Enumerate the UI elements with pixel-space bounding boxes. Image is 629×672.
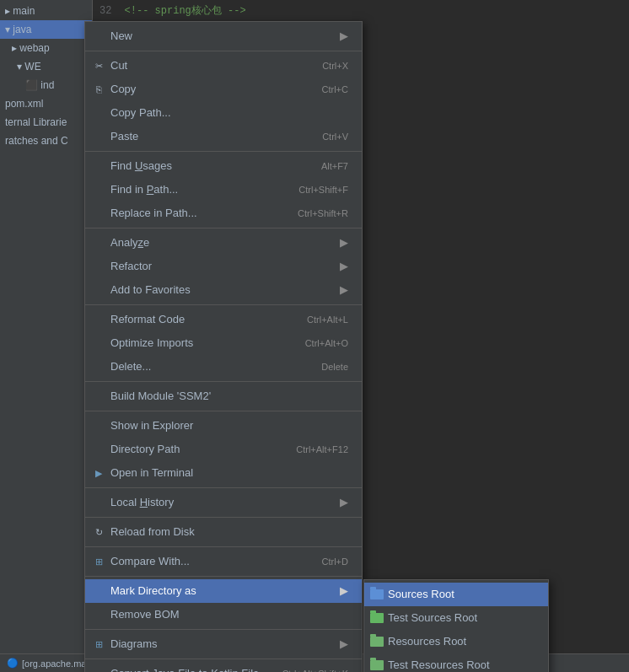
menu-separator [85, 517, 362, 518]
menu-item-paste[interactable]: Paste Ctrl+V [85, 125, 362, 148]
menu-separator [85, 411, 362, 411]
submenu-item-test-resources[interactable]: Test Resources Root [364, 653, 548, 672]
menu-separator [85, 659, 362, 659]
menu-item-remove-bom[interactable]: Remove BOM [85, 603, 362, 626]
shortcut-label: Ctrl+C [305, 81, 348, 98]
file-tree-item[interactable]: ⬛ ind [0, 76, 92, 94]
menu-item-label: Diagrams [110, 636, 158, 653]
menu-item-label: Copy Path... [110, 105, 171, 121]
file-tree-item[interactable]: ratches and C [0, 132, 92, 150]
shortcut-label: Ctrl+V [305, 128, 348, 145]
menu-item-label: Optimize Imports [110, 335, 193, 352]
file-tree-item[interactable]: ternal Librarie [0, 113, 92, 132]
menu-item-new[interactable]: New ▶ [85, 24, 362, 48]
menu-separator [85, 151, 362, 152]
submenu-item-sources-root[interactable]: Sources Root [364, 583, 548, 606]
menu-item-replace-path[interactable]: Replace in Path... Ctrl+Shift+R [85, 202, 362, 225]
menu-item-label: Paste [110, 128, 138, 145]
menu-separator [85, 51, 362, 51]
menu-item-convert-java[interactable]: Convert Java File to Kotlin File Ctrl+Al… [85, 662, 362, 672]
shortcut-label: Ctrl+Shift+R [281, 205, 348, 222]
file-tree-item[interactable]: ▾ java [0, 20, 92, 39]
menu-item-local-history[interactable]: Local History ▶ [85, 491, 362, 514]
menu-item-label: Copy [110, 81, 136, 98]
menu-item-diagrams[interactable]: ⊞ Diagrams ▶ [85, 632, 362, 656]
menu-item-add-favorites[interactable]: Add to Favorites ▶ [85, 278, 362, 302]
menu-item-label: Remove BOM [110, 606, 180, 623]
submenu-item-label: Sources Root [388, 586, 454, 603]
submenu-item-resources-root[interactable]: Resources Root [364, 630, 548, 653]
menu-item-label: Replace in Path... [110, 205, 197, 222]
shortcut-label: Ctrl+Alt+L [290, 311, 348, 328]
sources-root-icon [369, 589, 384, 600]
menu-item-label: Cut [110, 57, 127, 74]
file-tree-item[interactable]: pom.xml [0, 94, 92, 113]
menu-item-cut[interactable]: ✂ Cut Ctrl+X [85, 54, 362, 78]
menu-item-reload[interactable]: ↻ Reload from Disk [85, 520, 362, 544]
submenu-arrow-icon: ▶ [340, 583, 348, 599]
menu-item-directory-path[interactable]: Directory Path Ctrl+Alt+F12 [85, 438, 362, 461]
submenu-item-label: Test Resources Root [388, 657, 490, 672]
menu-item-label: Analyze [110, 234, 149, 251]
menu-item-build-module[interactable]: Build Module 'SSM2' [85, 384, 362, 408]
menu-item-refactor[interactable]: Refactor ▶ [85, 255, 362, 278]
shortcut-label: Ctrl+Alt+F12 [279, 441, 348, 458]
menu-item-label: Build Module 'SSM2' [110, 388, 211, 405]
cut-icon: ✂ [92, 57, 105, 74]
submenu-item-label: Resources Root [388, 633, 466, 650]
submenu-arrow-icon: ▶ [340, 28, 348, 45]
menu-item-label: Find Usages [110, 158, 172, 175]
menu-separator [85, 381, 362, 382]
shortcut-label: Ctrl+Alt+O [288, 335, 348, 352]
shortcut-label: Alt+F7 [304, 158, 348, 175]
code-comment: <!-- spring核心包 --> [125, 5, 246, 17]
test-resources-icon [369, 659, 384, 671]
submenu-item-test-sources[interactable]: Test Sources Root [364, 606, 548, 630]
menu-separator [85, 487, 362, 488]
shortcut-label: Ctrl+Shift+F [282, 181, 348, 198]
submenu-arrow-icon: ▶ [340, 494, 348, 511]
menu-item-reformat[interactable]: Reformat Code Ctrl+Alt+L [85, 308, 362, 331]
file-tree-item[interactable]: ▾ WE [0, 57, 92, 76]
menu-item-find-path[interactable]: Find in Path... Ctrl+Shift+F [85, 178, 362, 202]
menu-item-label: Compare With... [110, 553, 190, 570]
submenu-arrow-icon: ▶ [340, 282, 348, 298]
menu-item-label: Convert Java File to Kotlin File [110, 665, 259, 672]
menu-item-optimize[interactable]: Optimize Imports Ctrl+Alt+O [85, 331, 362, 355]
menu-item-label: Reformat Code [110, 311, 185, 328]
menu-item-compare[interactable]: ⊞ Compare With... Ctrl+D [85, 550, 362, 573]
menu-item-open-terminal[interactable]: ▶ Open in Terminal [85, 461, 362, 485]
shortcut-label: Ctrl+D [305, 553, 348, 570]
terminal-icon: ▶ [92, 465, 105, 481]
menu-item-label: Show in Explorer [110, 417, 193, 434]
menu-item-copy[interactable]: ⎘ Copy Ctrl+C [85, 78, 362, 101]
file-tree-item[interactable]: ▸ webap [0, 39, 92, 57]
menu-item-label: New [110, 28, 132, 45]
submenu-arrow-icon: ▶ [340, 258, 348, 275]
reload-icon: ↻ [92, 524, 105, 540]
menu-item-label: Mark Directory as [110, 583, 196, 599]
menu-item-label: Local History [110, 494, 174, 511]
test-sources-icon [369, 612, 384, 624]
menu-item-find-usages[interactable]: Find Usages Alt+F7 [85, 154, 362, 178]
submenu-arrow-icon: ▶ [340, 636, 348, 653]
diagrams-icon: ⊞ [92, 636, 105, 653]
code-line: 32 <!-- spring核心包 --> [99, 3, 622, 19]
shortcut-label: Ctrl+X [305, 57, 348, 74]
menu-separator [85, 304, 362, 305]
menu-item-copy-path[interactable]: Copy Path... [85, 101, 362, 125]
file-tree-item[interactable]: ▸ main [0, 2, 92, 20]
menu-item-label: Directory Path [110, 441, 180, 458]
menu-separator [85, 546, 362, 547]
menu-item-show-explorer[interactable]: Show in Explorer [85, 414, 362, 438]
shortcut-label: Ctrl+Alt+Shift+K [265, 665, 348, 672]
file-tree: ▸ main ▾ java ▸ webap ▾ WE ⬛ ind pom.xml… [0, 0, 93, 672]
shortcut-label: Delete [304, 358, 348, 375]
mark-directory-submenu: Sources Root Test Sources Root Resources… [363, 579, 549, 672]
menu-item-label: Add to Favorites [110, 282, 191, 298]
submenu-item-label: Test Sources Root [388, 610, 477, 626]
menu-item-delete[interactable]: Delete... Delete [85, 355, 362, 379]
menu-item-mark-directory[interactable]: Mark Directory as ▶ Sources Root Test So… [85, 579, 362, 603]
menu-item-analyze[interactable]: Analyze ▶ [85, 231, 362, 255]
context-menu: New ▶ ✂ Cut Ctrl+X ⎘ Copy Ctrl+C Copy Pa… [84, 21, 363, 672]
